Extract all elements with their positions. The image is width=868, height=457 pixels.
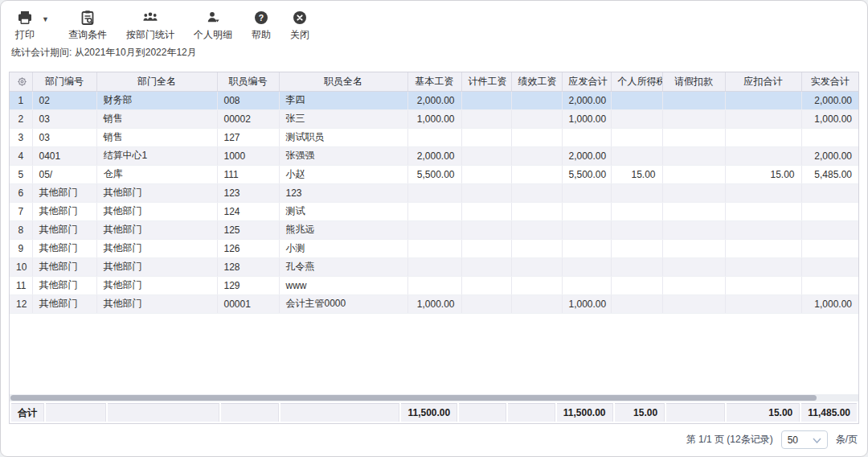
table-row[interactable]: 6其他部门其他部门123123 <box>10 183 858 202</box>
horizontal-scrollbar[interactable] <box>10 394 858 401</box>
cell <box>407 202 461 220</box>
cell: 5,500.00 <box>407 165 461 183</box>
cell: 5,500.00 <box>562 165 611 183</box>
table-row[interactable]: 9其他部门其他部门126小测 <box>10 239 858 257</box>
cell: 03 <box>32 128 96 146</box>
cell: 会计主管0000 <box>279 294 407 313</box>
cell: 125 <box>217 220 279 239</box>
total-leave-deduction <box>666 403 725 422</box>
row-number: 5 <box>10 165 32 183</box>
cell: 李四 <box>279 91 407 109</box>
query-conditions-label: 查询条件 <box>68 28 107 42</box>
cell: 2,000.00 <box>801 91 858 109</box>
cell: 其他部门 <box>96 239 217 257</box>
cell <box>725 146 801 165</box>
cell: 熊兆远 <box>279 220 407 239</box>
table-row[interactable]: 12其他部门其他部门00001会计主管00001,000.001,000.001… <box>10 294 858 313</box>
department-statistics-icon <box>142 10 158 26</box>
salary-table: 部门编号 部门全名 职员编号 职员全名 基本工资 计件工资 绩效工资 应发合计 … <box>9 72 859 424</box>
close-icon <box>292 10 308 26</box>
table-row[interactable]: 8其他部门其他部门125熊兆远 <box>10 220 858 239</box>
table-row[interactable]: 40401结算中心11000张强强2,000.002,000.002,000.0… <box>10 146 858 165</box>
close-button[interactable]: 关闭 <box>290 10 309 42</box>
row-number: 2 <box>10 109 32 128</box>
cell <box>511 165 562 183</box>
print-button[interactable]: 打印 <box>15 10 35 42</box>
cell: 1,000.00 <box>562 294 611 313</box>
query-conditions-button[interactable]: 查询条件 <box>68 10 107 42</box>
cell: 1,000.00 <box>407 294 461 313</box>
cell <box>662 128 725 146</box>
table-row[interactable]: 11其他部门其他部门129www <box>10 276 858 294</box>
cell: 2,000.00 <box>562 146 611 165</box>
print-label: 打印 <box>15 28 35 42</box>
table-row[interactable]: 10其他部门其他部门128孔令燕 <box>10 257 858 276</box>
cell <box>801 128 858 146</box>
table-row[interactable]: 203销售00002张三1,000.001,000.001,000.00 <box>10 109 858 128</box>
accounting-period-label: 统计会计期间: 从2021年10月到2022年12月 <box>11 46 197 60</box>
row-number: 11 <box>10 276 32 294</box>
row-number: 10 <box>10 257 32 276</box>
cell <box>662 220 725 239</box>
cell <box>511 128 562 146</box>
personal-detail-button[interactable]: 个人明细 <box>194 10 232 42</box>
cell <box>662 146 725 165</box>
row-number: 6 <box>10 183 32 202</box>
table-row[interactable]: 7其他部门其他部门124测试 <box>10 202 858 220</box>
table-row[interactable]: 303销售127测试职员 <box>10 128 858 146</box>
personal-detail-icon <box>205 10 221 26</box>
total-deduction: 15.00 <box>727 403 800 422</box>
cell <box>725 183 801 202</box>
column-header-income-tax: 个人所得税 <box>611 72 662 91</box>
grid-settings-button[interactable] <box>10 72 32 91</box>
cell: 03 <box>32 109 96 128</box>
department-statistics-button[interactable]: 按部门统计 <box>126 10 174 42</box>
print-button-group: 打印 ▼ <box>15 10 49 42</box>
help-button[interactable]: ? 帮助 <box>252 10 271 42</box>
cell <box>662 294 725 313</box>
salary-grid: 部门编号 部门全名 职员编号 职员全名 基本工资 计件工资 绩效工资 应发合计 … <box>10 72 858 314</box>
cell: 124 <box>217 202 279 220</box>
cell: 财务部 <box>96 91 217 109</box>
cell <box>662 109 725 128</box>
cell <box>511 257 562 276</box>
cell: 00002 <box>217 109 279 128</box>
table-row[interactable]: 102财务部008李四2,000.002,000.002,000.00 <box>10 91 858 109</box>
horizontal-scrollbar-thumb[interactable] <box>10 395 817 401</box>
cell <box>407 239 461 257</box>
cell <box>511 202 562 220</box>
cell <box>611 294 662 313</box>
print-dropdown-caret-icon[interactable]: ▼ <box>42 15 49 23</box>
cell: 127 <box>217 128 279 146</box>
cell <box>725 91 801 109</box>
cell: 126 <box>217 239 279 257</box>
toolbar: 打印 ▼ 查询条件 按部门统计 个人明细 ? 帮助 <box>1 1 867 42</box>
page-size-select[interactable]: 50 <box>781 430 828 449</box>
column-header-piece-wage: 计件工资 <box>461 72 511 91</box>
table-row[interactable]: 505/仓库111小赵5,500.005,500.0015.0015.005,4… <box>10 165 858 183</box>
cell <box>801 276 858 294</box>
cell <box>662 276 725 294</box>
cell <box>611 91 662 109</box>
cell: 2,000.00 <box>801 146 858 165</box>
cell: 结算中心1 <box>96 146 217 165</box>
cell <box>511 220 562 239</box>
total-performance-wage <box>508 403 555 422</box>
cell <box>562 276 611 294</box>
cell: 15.00 <box>725 165 801 183</box>
cell <box>562 220 611 239</box>
cell <box>461 183 511 202</box>
column-header-deduction-total: 应扣合计 <box>725 72 801 91</box>
cell <box>611 146 662 165</box>
column-header-dept-no: 部门编号 <box>32 72 96 91</box>
page-size-value: 50 <box>788 434 798 446</box>
cell <box>461 294 511 313</box>
header-row: 部门编号 部门全名 职员编号 职员全名 基本工资 计件工资 绩效工资 应发合计 … <box>10 72 858 91</box>
cell <box>801 202 858 220</box>
totals-row: 合计 11,500.00 11,500.00 15.00 15.00 11,48… <box>10 401 858 423</box>
cell <box>511 294 562 313</box>
cell: 测试职员 <box>279 128 407 146</box>
cell <box>611 220 662 239</box>
column-header-net-total: 实发合计 <box>801 72 858 91</box>
cell <box>562 239 611 257</box>
